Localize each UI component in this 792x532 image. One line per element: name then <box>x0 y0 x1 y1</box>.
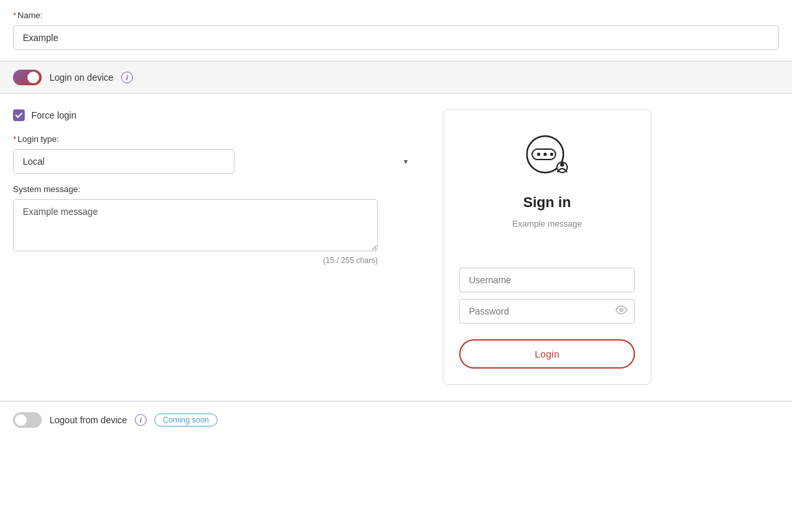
svg-point-4 <box>550 153 554 156</box>
force-login-label: Force login <box>31 110 76 120</box>
name-field-label: Name: <box>18 10 42 20</box>
login-on-device-info-icon[interactable]: i <box>121 72 133 83</box>
char-count: (15 / 255 chars) <box>13 256 378 265</box>
login-type-label: * Login type: <box>13 134 417 144</box>
preview-password-input[interactable] <box>459 299 635 324</box>
coming-soon-badge: Coming soon <box>154 413 218 427</box>
login-button[interactable]: Login <box>459 339 635 369</box>
preview-username-input[interactable] <box>459 268 635 292</box>
name-input[interactable] <box>13 25 779 50</box>
name-label: * Name: <box>13 10 779 20</box>
force-login-checkbox[interactable] <box>13 109 25 121</box>
required-star: * <box>13 10 16 20</box>
login-type-section: * Login type: Local LDAP SAML ▾ <box>13 134 417 174</box>
login-type-select-wrapper: Local LDAP SAML ▾ <box>13 149 417 174</box>
preview-title: Sign in <box>523 194 571 211</box>
preview-password-wrapper <box>459 299 635 324</box>
logout-section: Logout from device i Coming soon <box>0 401 792 438</box>
svg-point-2 <box>537 153 541 156</box>
system-message-textarea[interactable]: Example message <box>13 199 378 251</box>
preview-message: Example message <box>513 219 582 229</box>
system-message-label: System message: <box>13 184 417 194</box>
svg-point-6 <box>560 163 564 167</box>
eye-icon[interactable] <box>615 304 627 318</box>
toggle-slider <box>13 70 42 85</box>
name-section: * Name: <box>0 0 792 61</box>
login-type-select[interactable]: Local LDAP SAML <box>13 149 234 174</box>
login-on-device-section: Login on device i <box>0 62 792 94</box>
logout-from-device-toggle[interactable] <box>13 412 42 428</box>
main-content: Force login * Login type: Local LDAP SAM… <box>0 94 792 400</box>
chevron-down-icon: ▾ <box>404 157 408 166</box>
login-on-device-toggle[interactable] <box>13 70 42 85</box>
force-login-row: Force login <box>13 109 417 121</box>
svg-point-7 <box>620 309 623 312</box>
preview-card: Sign in Example message Login <box>443 109 651 385</box>
svg-point-3 <box>544 153 547 156</box>
logout-toggle-slider <box>13 412 42 428</box>
logout-from-device-label: Logout from device <box>50 415 127 425</box>
login-on-device-label: Login on device <box>50 72 113 83</box>
left-panel: Force login * Login type: Local LDAP SAM… <box>13 109 417 385</box>
page-wrapper: * Name: Login on device i For <box>0 0 792 438</box>
login-type-required-star: * <box>13 134 16 144</box>
sign-in-icon <box>518 130 576 184</box>
right-panel: Sign in Example message Login <box>443 109 651 385</box>
system-message-section: System message: Example message (15 / 25… <box>13 184 417 265</box>
logout-info-icon[interactable]: i <box>135 414 147 426</box>
